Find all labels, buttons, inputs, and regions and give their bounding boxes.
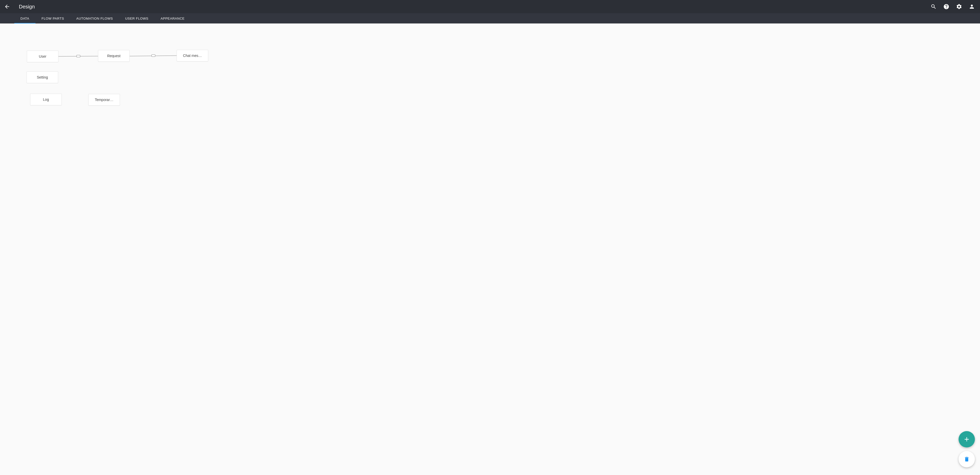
top-bar-actions (928, 2, 977, 12)
tab-appearance[interactable]: APPEARANCE (154, 13, 191, 24)
top-bar: Design (0, 0, 980, 13)
edge-layer (0, 24, 980, 475)
node-user[interactable]: User (27, 51, 59, 62)
tab-flow-parts[interactable]: FLOW PARTS (35, 13, 70, 24)
node-label: User (39, 54, 46, 59)
help-button[interactable] (941, 2, 951, 12)
node-chat-message[interactable]: Chat mes… (177, 50, 208, 62)
node-label: Request (107, 54, 121, 58)
node-request[interactable]: Request (98, 50, 130, 62)
node-log[interactable]: Log (30, 94, 62, 105)
account-button[interactable] (967, 2, 977, 12)
person-icon (969, 3, 975, 10)
back-button[interactable] (2, 2, 12, 12)
node-label: Temporar… (95, 98, 113, 102)
trash-icon (964, 456, 970, 462)
node-temporary[interactable]: Temporar… (88, 94, 120, 106)
arrow-back-icon (4, 3, 10, 10)
plus-icon (963, 436, 970, 443)
settings-button[interactable] (954, 2, 964, 12)
edge-marker (76, 55, 80, 57)
add-fab[interactable] (959, 431, 975, 448)
help-icon (943, 3, 950, 10)
canvas[interactable]: User Request Chat mes… Setting Log Tempo… (0, 24, 980, 475)
gear-icon (956, 3, 962, 10)
edge-request-chat (130, 56, 177, 56)
tab-user-flows[interactable]: USER FLOWS (119, 13, 154, 24)
node-label: Log (43, 97, 49, 102)
search-button[interactable] (928, 2, 939, 12)
tab-bar: DATA FLOW PARTS AUTOMATION FLOWS USER FL… (0, 13, 980, 24)
page-title: Design (19, 4, 35, 10)
tab-automation-flows[interactable]: AUTOMATION FLOWS (70, 13, 119, 24)
node-label: Setting (37, 75, 48, 79)
edge-marker (151, 55, 155, 57)
node-setting[interactable]: Setting (27, 71, 58, 83)
delete-fab[interactable] (959, 451, 975, 467)
tab-data[interactable]: DATA (14, 13, 35, 24)
search-icon (931, 3, 937, 10)
node-label: Chat mes… (183, 54, 202, 58)
